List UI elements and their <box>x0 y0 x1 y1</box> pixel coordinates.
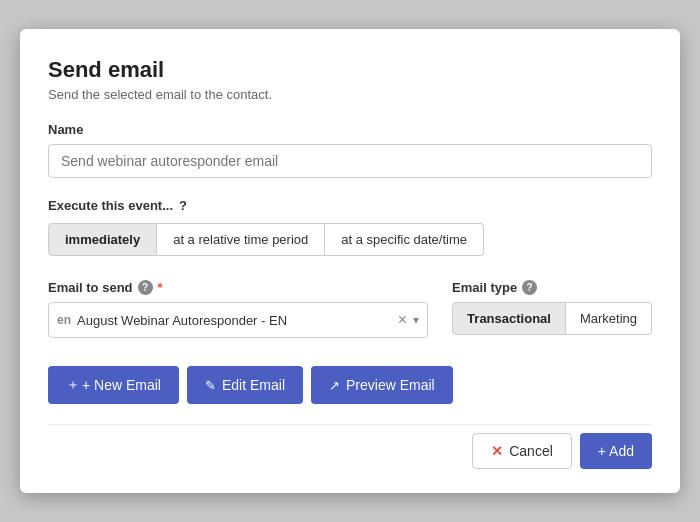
email-send-help-icon[interactable]: ? <box>138 280 153 295</box>
new-email-icon: ＋ <box>66 376 80 394</box>
edit-email-button[interactable]: ✎ Edit Email <box>187 366 303 404</box>
required-marker: * <box>158 280 163 295</box>
edit-email-icon: ✎ <box>205 378 216 393</box>
email-type-help-icon[interactable]: ? <box>522 280 537 295</box>
email-select[interactable]: en August Webinar Autoresponder - EN × ▾ <box>48 302 428 338</box>
email-dropdown-icon[interactable]: ▾ <box>413 313 419 327</box>
email-selected-text: August Webinar Autoresponder - EN <box>77 313 392 328</box>
execute-help-icon[interactable]: ? <box>179 198 187 213</box>
preview-email-icon: ↗ <box>329 378 340 393</box>
modal-subtitle: Send the selected email to the contact. <box>48 87 652 102</box>
tab-specific[interactable]: at a specific date/time <box>325 223 484 256</box>
execute-label: Execute this event... ? <box>48 198 652 213</box>
cancel-button[interactable]: ✕ Cancel <box>472 433 572 469</box>
type-marketing[interactable]: Marketing <box>566 302 652 335</box>
preview-email-button[interactable]: ↗ Preview Email <box>311 366 453 404</box>
type-transactional[interactable]: Transactional <box>452 302 566 335</box>
execute-tab-group: immediately at a relative time period at… <box>48 223 652 256</box>
name-label: Name <box>48 122 652 137</box>
email-type-col: Email type ? Transactional Marketing <box>452 280 652 335</box>
email-send-label: Email to send ? * <box>48 280 428 295</box>
email-type-group: Transactional Marketing <box>452 302 652 335</box>
email-clear-icon[interactable]: × <box>398 312 407 328</box>
cancel-icon: ✕ <box>491 443 503 459</box>
tab-immediately[interactable]: immediately <box>48 223 157 256</box>
tab-relative[interactable]: at a relative time period <box>157 223 325 256</box>
footer-row: ✕ Cancel + Add <box>48 424 652 469</box>
email-lang: en <box>57 313 71 327</box>
action-buttons-row: ＋ + New Email ✎ Edit Email ↗ Preview Ema… <box>48 366 652 404</box>
send-email-modal: Send email Send the selected email to th… <box>20 29 680 493</box>
email-to-send-col: Email to send ? * en August Webinar Auto… <box>48 280 428 338</box>
email-options-row: Email to send ? * en August Webinar Auto… <box>48 280 652 338</box>
new-email-button[interactable]: ＋ + New Email <box>48 366 179 404</box>
modal-title: Send email <box>48 57 652 83</box>
email-type-label: Email type ? <box>452 280 652 295</box>
name-input[interactable] <box>48 144 652 178</box>
add-button[interactable]: + Add <box>580 433 652 469</box>
